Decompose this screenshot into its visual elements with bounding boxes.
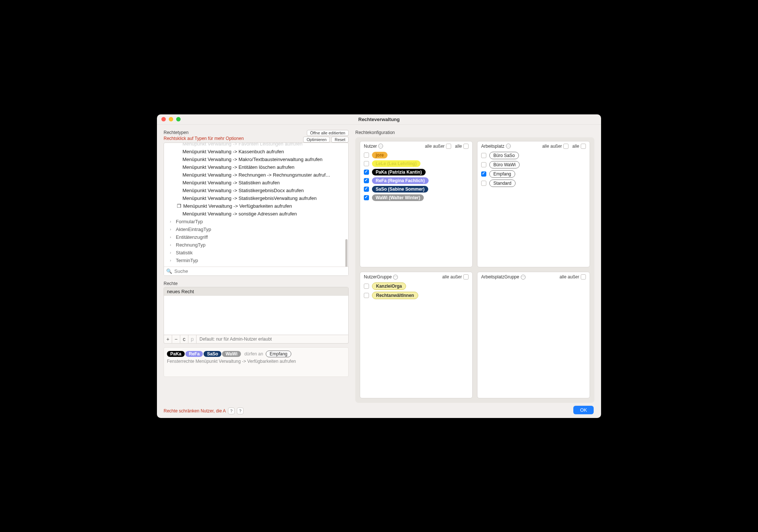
nutzer-alle-checkbox[interactable]: [463, 144, 469, 149]
summary-pill: PaKa: [167, 351, 185, 357]
search-input[interactable]: [174, 268, 346, 274]
help-button-2[interactable]: ?: [237, 408, 244, 414]
more-icon[interactable]: ⋯: [506, 144, 511, 148]
tree-group[interactable]: ›RechnungTyp: [164, 241, 348, 249]
nutzergruppe-checkbox[interactable]: [364, 293, 369, 298]
nutzergruppe-tag[interactable]: RechtanwältInnen: [372, 292, 418, 299]
rechtetypen-tree[interactable]: Menüpunkt Verwaltung -> Favoriten Leistu…: [164, 143, 349, 276]
nutzer-tag[interactable]: jore: [372, 152, 388, 158]
arbeitsplatz-alle-checkbox[interactable]: [581, 144, 586, 149]
nutzer-tag[interactable]: WaWi (Walter Winter): [372, 194, 424, 201]
tree-item[interactable]: Menüpunkt Verwaltung -> Entitäten lösche…: [164, 163, 348, 171]
tree-group[interactable]: ›FormularTyp: [164, 218, 348, 225]
tree-item[interactable]: Menüpunkt Verwaltung -> Rechnungen -> Re…: [164, 171, 348, 179]
alle-ausser-label: alle außer: [425, 144, 445, 149]
window-title: Rechteverwaltung: [157, 117, 601, 122]
summary-target-pill: Empfang: [266, 351, 291, 357]
nutzer-row: SaSo (Sabine Sommer): [364, 186, 469, 193]
summary-pill: ReFa: [185, 351, 203, 357]
tree-item-selected[interactable]: ❐ Menüpunkt Verwaltung -> Verfügbarkeite…: [164, 202, 348, 210]
tree-group[interactable]: ›Statistik: [164, 249, 348, 257]
c-button[interactable]: c: [180, 335, 188, 343]
tree-group-label: Verschiedenes: [176, 265, 207, 267]
tree-group-label: FormularTyp: [176, 219, 203, 224]
ok-button[interactable]: OK: [573, 406, 594, 414]
summary-description: Fensterrechte Menüpunkt Verwaltung -> Ve…: [167, 359, 345, 364]
chevron-right-icon: ›: [170, 266, 174, 267]
nutzer-checkbox[interactable]: [364, 187, 369, 192]
tree-group-label: AktenEintragTyp: [176, 227, 211, 232]
more-icon[interactable]: ⋯: [393, 275, 398, 280]
chevron-right-icon: ›: [170, 220, 174, 224]
nutzer-row: PaKa (Patrizia Kantin): [364, 169, 469, 175]
chevron-right-icon: ›: [170, 227, 174, 231]
nutzergruppe-alle-ausser-checkbox[interactable]: [463, 274, 469, 280]
alle-ausser-label: alle außer: [560, 274, 579, 280]
arbeitsplatz-row: Standard: [481, 180, 586, 187]
rechte-label: Rechte: [164, 281, 349, 286]
scrollbar-thumb[interactable]: [345, 239, 348, 267]
more-icon[interactable]: ⋯: [378, 144, 383, 148]
nutzer-checkbox[interactable]: [364, 195, 369, 200]
arbeitsplatz-tag[interactable]: Empfang: [489, 170, 515, 178]
chevron-right-icon: ›: [170, 243, 174, 247]
remove-button[interactable]: −: [172, 335, 180, 343]
rechte-list[interactable]: neues Recht: [164, 287, 349, 335]
more-icon[interactable]: ⋯: [521, 275, 526, 280]
summary-pill: SaSo: [204, 351, 221, 357]
open-all-edited-button[interactable]: Öffne alle editierten: [307, 130, 349, 136]
help-button-1[interactable]: ?: [228, 408, 235, 414]
rechte-list-item[interactable]: neues Recht: [164, 287, 348, 296]
reset-button[interactable]: Reset: [331, 137, 349, 143]
nutzer-alle-ausser-checkbox[interactable]: [446, 144, 451, 149]
nutzer-checkbox[interactable]: [364, 153, 369, 158]
tree-group-label: Statistik: [176, 250, 193, 255]
tree-group[interactable]: ›Verschiedenes: [164, 264, 348, 267]
summary-pill: WaWi: [222, 351, 241, 357]
nutzer-tag[interactable]: SaSo (Sabine Sommer): [372, 186, 428, 193]
nutzer-row: LeLe (Lea Lehrling): [364, 160, 469, 167]
nutzer-row: ReFa (Regina Fachlich): [364, 177, 469, 184]
optimize-button[interactable]: Optimieren: [303, 137, 330, 143]
nutzer-card: Nutzer ⋯ alle außer alle joreLeLe (Lea L…: [360, 141, 473, 268]
arbeitsplatzgruppe-alle-ausser-checkbox[interactable]: [581, 274, 586, 280]
nutzergruppe-row: RechtanwältInnen: [364, 292, 469, 299]
alle-label: alle: [455, 144, 462, 149]
tree-group[interactable]: ›Entitätenzugriff: [164, 233, 348, 241]
tree-item[interactable]: Menüpunkt Verwaltung -> Statistikergebni…: [164, 187, 348, 194]
nutzergruppe-row: KanzleiOrga: [364, 282, 469, 290]
nutzer-tag[interactable]: PaKa (Patrizia Kantin): [372, 169, 426, 175]
nutzer-tag[interactable]: LeLe (Lea Lehrling): [372, 160, 420, 167]
nutzer-checkbox[interactable]: [364, 161, 369, 166]
tree-item[interactable]: Menüpunkt Verwaltung -> Makro/Textbauste…: [164, 155, 348, 163]
add-button[interactable]: +: [164, 335, 172, 343]
tree-item[interactable]: Menüpunkt Verwaltung -> Kassenbuch aufru…: [164, 148, 348, 155]
nutzer-checkbox[interactable]: [364, 178, 369, 183]
arbeitsplatzgruppe-card: ArbeitsplatzGruppe ⋯ alle außer: [477, 272, 590, 398]
nutzergruppe-tag[interactable]: KanzleiOrga: [372, 282, 406, 290]
tree-item[interactable]: Menüpunkt Verwaltung -> sonstige Adresse…: [164, 210, 348, 218]
tree-item[interactable]: Menüpunkt Verwaltung -> Statistikergebni…: [164, 194, 348, 202]
tree-group-label: RechnungTyp: [176, 242, 205, 248]
arbeitsplatz-checkbox[interactable]: [481, 181, 486, 186]
arbeitsplatz-checkbox[interactable]: [481, 171, 486, 177]
arbeitsplatz-tag[interactable]: Büro SaSo: [489, 152, 519, 159]
tree-item[interactable]: Menüpunkt Verwaltung -> Statistiken aufr…: [164, 179, 348, 187]
nutzer-checkbox[interactable]: [364, 170, 369, 175]
chevron-right-icon: ›: [170, 251, 174, 255]
tree-group[interactable]: ›AktenEintragTyp: [164, 225, 348, 233]
tree-item-cut[interactable]: Menüpunkt Verwaltung -> Favoriten Leistu…: [164, 143, 348, 148]
alle-label: alle: [572, 144, 579, 149]
nutzergruppe-card: NutzerGruppe ⋯ alle außer KanzleiOrgaRec…: [360, 272, 473, 398]
arbeitsplatz-checkbox[interactable]: [481, 162, 486, 167]
arbeitsplatz-tag[interactable]: Büro WaWi: [489, 161, 520, 168]
nutzergruppe-checkbox[interactable]: [364, 284, 369, 289]
arbeitsplatz-tag[interactable]: Standard: [489, 180, 516, 187]
alle-ausser-label: alle außer: [442, 274, 462, 280]
nutzer-tag[interactable]: ReFa (Regina Fachlich): [372, 177, 429, 184]
default-text: Default: nur für Admin-Nutzer erlaubt: [197, 337, 348, 342]
arbeitsplatz-checkbox[interactable]: [481, 153, 486, 158]
arbeitsplatz-alle-ausser-checkbox[interactable]: [563, 144, 568, 149]
tree-group[interactable]: ›TerminTyp: [164, 257, 348, 264]
p-button[interactable]: p: [188, 335, 197, 343]
